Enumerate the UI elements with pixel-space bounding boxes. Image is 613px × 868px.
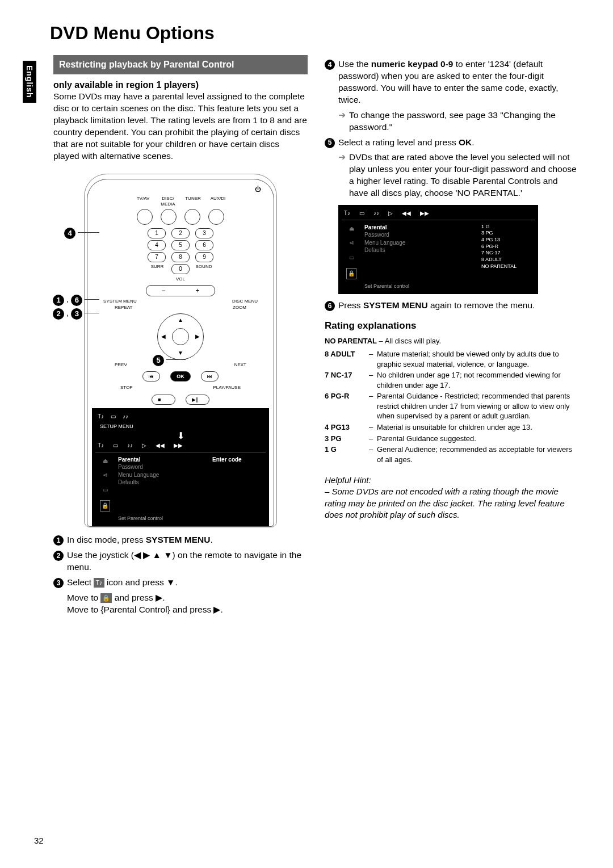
- step-4-arrow: To change the password, see page 33 "Cha…: [338, 110, 579, 133]
- rating-row: 8 ADULT–Mature material; should be viewe…: [325, 349, 579, 369]
- rating-row: 4 PG13–Material is unsuitable for childr…: [325, 422, 579, 433]
- menu-screen-1: T♪▭♪♪ SETUP MENU ⬇ T♪▭♪♪▷◀◀▶▶ ⏏⊲▭🔒 Paren…: [92, 408, 269, 526]
- step-2: 2 Use the joystick (◀ ▶ ▲ ▼) on the remo…: [53, 550, 308, 573]
- step-3: 3 Select T♪ icon and press ▼.: [53, 577, 308, 589]
- src-btn: [161, 209, 177, 225]
- step-4: 4 Use the numeric keypad 0-9 to enter '1…: [325, 58, 579, 106]
- system-menu-label: SYSTEM MENU: [103, 299, 137, 305]
- language-tab: English: [23, 61, 36, 103]
- ratings-list: 8 ADULT–Mature material; should be viewe…: [325, 349, 579, 464]
- src-btn: [208, 209, 224, 225]
- power-icon: ⏻: [92, 185, 269, 194]
- left-column: Restricting playback by Parental Control…: [53, 55, 308, 616]
- ratings-title: Rating explanations: [325, 320, 579, 333]
- src-btn: [184, 209, 200, 225]
- menu-screen-2: T♪▭♪♪▷◀◀▶▶ ⏏⊲▭🔒 Parental Password Menu L…: [338, 205, 538, 294]
- step-6: 6 Press SYSTEM MENU again to remove the …: [325, 300, 579, 312]
- rating-row: 1 G–General Audience; recommended as acc…: [325, 445, 579, 464]
- speaker-icon: T♪: [94, 578, 104, 588]
- setup-menu-label: SETUP MENU: [98, 422, 136, 431]
- page-title: DVD Menu Options: [50, 23, 579, 44]
- rating-row: 6 PG-R–Parental Guidance - Restricted; r…: [325, 391, 579, 421]
- rating-row: 3 PG–Parental Guidance suggested.: [325, 434, 579, 444]
- content-area: English Restricting playback by Parental…: [23, 55, 579, 616]
- intro-paragraph: Some DVDs may have a parental level assi…: [53, 91, 308, 162]
- joystick: ▲▼◀▶: [157, 313, 204, 360]
- remote-diagram: 4 1 , 6 2 , 3 5: [84, 174, 277, 527]
- columns: Restricting playback by Parental Control…: [53, 55, 579, 616]
- helpful-hint: Helpful Hint: – Some DVDs are not encode…: [325, 475, 579, 521]
- section-header: Restricting playback by Parental Control: [53, 55, 308, 74]
- step-1: 1 In disc mode, press SYSTEM MENU.: [53, 534, 308, 546]
- rating-row: 7 NC-17–No children under age 17; not re…: [325, 370, 579, 390]
- src-tv: TV/AV: [135, 196, 152, 208]
- right-column: 4 Use the numeric keypad 0-9 to enter '1…: [325, 55, 579, 616]
- src-aux: AUX/DI: [209, 196, 226, 208]
- step-5: 5 Select a rating level and press OK.: [325, 137, 579, 149]
- step-5-arrow: DVDs that are rated above the level you …: [338, 152, 579, 199]
- src-btn: [137, 209, 153, 225]
- src-disc: DISC/ MEDIA: [159, 196, 177, 208]
- ok-button: OK: [170, 371, 191, 381]
- no-parental-line: NO PARENTAL – All discs will play.: [325, 336, 579, 346]
- subhead: only available in region 1 players): [53, 79, 308, 91]
- lock-icon: 🔒: [100, 593, 112, 603]
- step-3c: Move to {Parental Control} and press ▶.: [67, 604, 308, 616]
- src-tuner: TUNER: [184, 196, 201, 208]
